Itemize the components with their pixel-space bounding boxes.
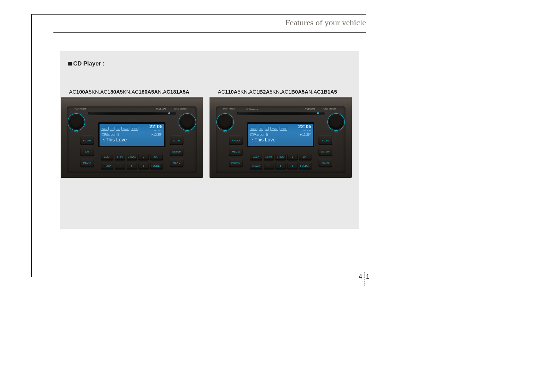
head-unit-right: PWR PUSH ⓑ Bluetooth ((•))) MP3 TUNE ENT… <box>216 106 345 173</box>
lcd-icon: R <box>259 127 263 131</box>
side-btn-right-2[interactable]: SETUP <box>318 147 332 156</box>
radio-unit-right-wrap: AC110A5KN,AC1B2A5KN,AC1B0A5AN,AC1B1A5 PW… <box>210 89 352 178</box>
preset-6[interactable]: 6 <box>138 162 149 169</box>
preset-4[interactable]: 4 <box>264 162 274 169</box>
preset-5[interactable]: 5 <box>275 162 286 169</box>
lcd-frame: USB R 1 AUX iPod 22:05FRI 1088 ❐Maroon 5… <box>247 122 314 147</box>
lcd-icon: 1 <box>116 127 120 131</box>
vol-caption: VOL <box>218 131 232 133</box>
figure-label: CD Player : <box>68 60 105 67</box>
lcd-elapsed: ▸12'25" <box>152 133 164 136</box>
lcd-folder: ❐Maroon 5 ▸12'25" <box>248 133 313 137</box>
lcd-source: USB <box>101 127 109 131</box>
radio-unit-left: PWR PUSH ((•))) MP3 TUNE ENTER VOL FILE … <box>61 97 203 178</box>
cd-slot[interactable] <box>88 112 176 115</box>
bullet-square-icon <box>68 62 72 66</box>
side-btn-left-2[interactable]: MEDIA <box>229 147 243 156</box>
preset-cat[interactable]: CAT <box>299 153 311 160</box>
figure-panel: CD Player : AC100A5KN,AC180A5KN,AC180A5A… <box>60 51 359 229</box>
volume-knob[interactable] <box>69 115 84 129</box>
side-btn-right-3[interactable]: MENU <box>170 158 183 167</box>
lcd-icon: R <box>110 127 114 131</box>
preset-track[interactable]: TRACK <box>250 162 262 169</box>
eject-icon[interactable]: ⏏ <box>165 111 174 116</box>
model-list-left: AC100A5KN,AC180A5KN,AC180A5AN,AC181A5A <box>69 89 203 95</box>
side-btn-right-2[interactable]: SETUP <box>170 147 183 156</box>
lcd-icon: 1 <box>265 127 269 131</box>
note-icon: ♫ <box>102 138 105 142</box>
mp3-badge: ((•))) MP3 <box>156 108 166 110</box>
preset-1[interactable]: 1 RPT <box>115 153 125 160</box>
lcd-elapsed: ▸12'25" <box>300 133 313 136</box>
preset-3[interactable]: 3 <box>138 153 149 160</box>
mp3-badge: ((•))) MP3 <box>305 108 315 110</box>
preset-track[interactable]: TRACK <box>101 162 113 169</box>
file-caption: FILE <box>329 131 343 133</box>
lcd-icon: AUX <box>121 127 129 131</box>
lcd-icon: AUX <box>270 127 278 131</box>
head-unit-left: PWR PUSH ((•))) MP3 TUNE ENTER VOL FILE … <box>67 106 197 173</box>
power-label: PWR PUSH <box>75 108 86 110</box>
preset-3[interactable]: 3 <box>287 153 298 160</box>
power-label: PWR PUSH <box>223 108 234 110</box>
preset-folder[interactable]: FOLDER <box>150 162 163 169</box>
page-frame: Features of your vehicle CD Player : AC1… <box>31 14 366 277</box>
folder-icon: ❐ <box>102 133 105 137</box>
preset-folder[interactable]: FOLDER <box>299 162 311 169</box>
preset-row-1: SEEK 1 RPT 2 RDM 3 CAT <box>250 153 311 160</box>
preset-row-2: TRACK 4 5 6 FOLDER <box>250 162 311 169</box>
side-btn-right-1[interactable]: SCAN <box>170 136 183 145</box>
tune-label: TUNE ENTER <box>323 108 336 110</box>
tune-knob[interactable] <box>180 115 195 129</box>
radio-unit-left-wrap: AC100A5KN,AC180A5KN,AC180A5AN,AC181A5A P… <box>61 89 203 178</box>
folder-icon: ❐ <box>250 133 254 137</box>
lcd-track: ♫This Love <box>100 137 164 143</box>
page-num: 1 <box>366 273 369 280</box>
cd-slot[interactable] <box>237 112 325 115</box>
preset-5[interactable]: 5 <box>127 162 137 169</box>
vol-caption: VOL <box>69 131 84 133</box>
page-number: 41 <box>359 273 369 280</box>
eject-icon[interactable]: ⏏ <box>314 111 323 116</box>
side-btn-right-3[interactable]: MENU <box>318 158 332 167</box>
tune-label: TUNE ENTER <box>174 108 187 110</box>
side-btn-left-1[interactable]: RADIO <box>229 136 243 145</box>
complete2: ♫This Love <box>248 137 313 143</box>
crop-mark-dash <box>1 272 521 272</box>
model-list-right: AC110A5KN,AC1B2A5KN,AC1B0A5AN,AC1B1A5 <box>218 89 352 95</box>
tune-knob[interactable] <box>329 115 343 129</box>
preset-row-1: SEEK 1 RPT 2 RDM 3 CAT <box>101 153 163 160</box>
lcd-icon: iPod <box>280 127 287 131</box>
side-btn-left-1[interactable]: FM/AM <box>80 136 94 145</box>
file-caption: FILE <box>180 131 195 133</box>
preset-row-2: TRACK 4 5 6 FOLDER <box>101 162 163 169</box>
lcd-screen-right: USB R 1 AUX iPod 22:05FRI 1088 ❐Maroon 5… <box>248 124 313 146</box>
bluetooth-badge: ⓑ Bluetooth <box>246 108 258 111</box>
preset-2[interactable]: 2 RDM <box>127 153 137 160</box>
preset-4[interactable]: 4 <box>115 162 125 169</box>
lcd-screen-left: USB R 1 AUX iPod 22:05FRI 1088 ❐Maroon 5… <box>100 124 164 146</box>
note-icon: ♫ <box>251 138 254 142</box>
lcd-folder: ❐Maroon 5 ▸12'25" <box>100 133 164 137</box>
side-btn-right-1[interactable]: SCAN <box>318 136 332 145</box>
volume-knob[interactable] <box>218 115 232 129</box>
preset-6[interactable]: 6 <box>287 162 298 169</box>
lcd-frame: USB R 1 AUX iPod 22:05FRI 1088 ❐Maroon 5… <box>98 122 165 147</box>
preset-cat[interactable]: CAT <box>150 153 163 160</box>
side-btn-left-3[interactable]: MEDIA <box>80 158 94 167</box>
lcd-clock: 22:05FRI 1088 <box>150 124 163 133</box>
side-btn-left-2[interactable]: SAT <box>80 147 94 156</box>
preset-seek[interactable]: SEEK <box>250 153 262 160</box>
preset-1[interactable]: 1 RPT <box>264 153 274 160</box>
preset-seek[interactable]: SEEK <box>101 153 113 160</box>
preset-2[interactable]: 2 RDM <box>275 153 286 160</box>
lcd-clock: 22:05FRI 1088 <box>298 124 311 133</box>
radio-unit-right: PWR PUSH ⓑ Bluetooth ((•))) MP3 TUNE ENT… <box>210 97 352 178</box>
lcd-source: USB <box>250 127 257 131</box>
page-section: 4 <box>359 273 362 280</box>
lcd-icon: iPod <box>131 127 138 131</box>
section-title: Features of your vehicle <box>285 18 366 29</box>
side-btn-left-3[interactable]: PHONE <box>229 158 243 167</box>
header-rule <box>53 32 366 33</box>
figure-label-text: CD Player : <box>73 60 105 67</box>
